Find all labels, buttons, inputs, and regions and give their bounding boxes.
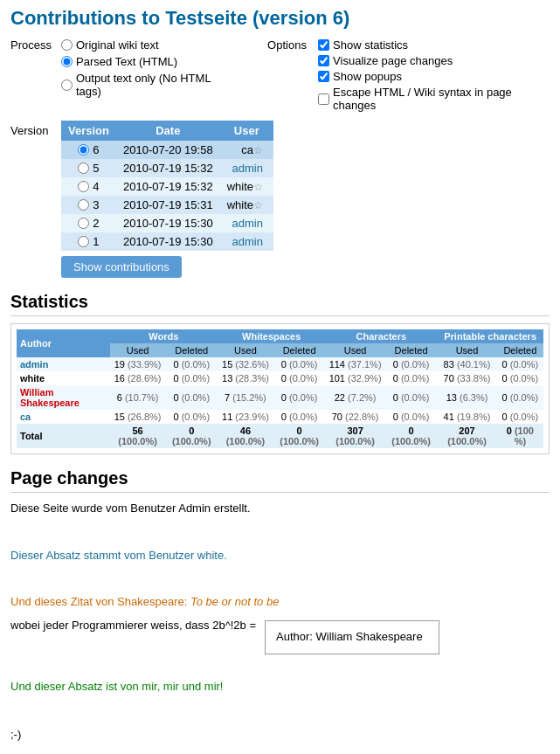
radio-original-input[interactable] — [61, 39, 73, 51]
version-label: Version — [10, 124, 54, 137]
page-change-line-5: Und dieser Absatz ist von mir, mir und m… — [10, 678, 550, 696]
author-cell: white — [17, 371, 110, 385]
version-cell: 5 — [61, 159, 116, 177]
tooltip-text: Author: William Shakespeare — [276, 630, 423, 643]
chk-popups-input[interactable] — [318, 71, 329, 82]
radio-parsed-input[interactable] — [61, 56, 73, 67]
page-change-line-2: Dieser Absatz stammt vom Benutzer white. — [10, 547, 550, 565]
chk-stats-input[interactable] — [318, 39, 329, 51]
stat-cell: 0 (100.0%) — [385, 424, 437, 448]
radio-output-label: Output text only (No HTML tags) — [76, 72, 232, 98]
version-radio-3[interactable] — [78, 199, 89, 211]
table-row[interactable]: 5 2010-07-19 15:32 admin — [61, 159, 273, 177]
version-table: Version Date User 6 2010-07-20 19:58 ca☆ — [61, 121, 273, 251]
star-icon: ☆ — [253, 199, 263, 211]
line-4-row: wobei jeder Programmierer weiss, dass 2b… — [10, 617, 550, 654]
stat-cell: 0 (0.0%) — [166, 410, 218, 424]
version-cell: 1 — [61, 232, 116, 251]
author-cell: William Shakespeare — [17, 385, 110, 410]
radio-parsed-label: Parsed Text (HTML) — [76, 55, 177, 68]
stat-cell: 83 (40.1%) — [437, 357, 496, 371]
stat-cell: 0 (0.0%) — [497, 371, 543, 385]
user-cell: white☆ — [220, 177, 273, 196]
date-cell: 2010-07-19 15:30 — [116, 214, 220, 232]
table-row[interactable]: 3 2010-07-19 15:31 white☆ — [61, 196, 273, 214]
table-row[interactable]: 6 2010-07-20 19:58 ca☆ — [61, 141, 273, 159]
user-cell: admin — [220, 232, 273, 251]
version-cell: 6 — [61, 141, 116, 159]
stat-cell: 70 (22.8%) — [325, 410, 384, 424]
chk-escape-text: Escape HTML / Wiki syntax in page change… — [333, 86, 550, 112]
chk-escape-label[interactable]: Escape HTML / Wiki syntax in page change… — [318, 86, 550, 112]
chk-visualize-input[interactable] — [318, 55, 329, 66]
chk-stats-label[interactable]: Show statistics — [318, 38, 550, 52]
version-radio-5[interactable] — [78, 163, 89, 174]
date-cell: 2010-07-19 15:30 — [116, 232, 220, 251]
star-icon: ☆ — [253, 181, 263, 193]
version-radio-1[interactable] — [78, 236, 89, 247]
stat-cell: 22 (7.2%) — [325, 385, 384, 410]
chk-escape-input[interactable] — [318, 93, 329, 105]
radio-original[interactable]: Original wiki text — [61, 38, 232, 52]
page-change-line-6: ;-) — [10, 726, 550, 744]
version-radio-4[interactable] — [78, 181, 89, 192]
chars-deleted-header: Deleted — [385, 343, 437, 357]
stat-cell: 0 (0.0%) — [166, 371, 218, 385]
version-radio-2[interactable] — [78, 218, 89, 229]
statistics-section: Author Words Whitespaces Characters Prin… — [10, 323, 550, 454]
chk-visualize-label[interactable]: Visualize page changes — [318, 54, 550, 67]
version-radio-6[interactable] — [78, 144, 89, 156]
stat-cell: 15 (32.6%) — [218, 357, 273, 371]
ws-used-header: Used — [218, 343, 273, 357]
stat-cell: 0 (0.0%) — [273, 385, 325, 410]
stat-cell: 0 (0.0%) — [273, 410, 325, 424]
user-col-header: User — [220, 121, 273, 141]
stat-cell: 15 (26.8%) — [110, 410, 166, 424]
radio-original-label: Original wiki text — [76, 38, 159, 52]
table-row[interactable]: 2 2010-07-19 15:30 admin — [61, 214, 273, 232]
line3-prefix: Und dieses Zitat von Shakespeare: — [10, 595, 190, 608]
chk-popups-label[interactable]: Show popups — [318, 70, 550, 83]
stats-row: admin 19 (33.9%) 0 (0.0%) 15 (32.6%) 0 (… — [17, 357, 543, 371]
stat-cell: 11 (23.9%) — [218, 410, 273, 424]
user-cell: ca☆ — [220, 141, 273, 159]
page-changes-section: Diese Seite wurde vom Benutzer Admin ers… — [10, 500, 550, 744]
author-cell: ca — [17, 410, 110, 424]
stat-cell: 56 (100.0%) — [110, 424, 166, 448]
characters-header: Characters — [325, 329, 437, 343]
stat-cell: 0 (0.0%) — [273, 371, 325, 385]
radio-parsed[interactable]: Parsed Text (HTML) — [61, 55, 232, 68]
date-col-header: Date — [116, 121, 220, 141]
table-row[interactable]: 4 2010-07-19 15:32 white☆ — [61, 177, 273, 196]
user-cell: admin — [220, 214, 273, 232]
options-checkbox-group: Show statistics Visualize page changes S… — [318, 38, 550, 112]
author-tooltip: Author: William Shakespeare — [265, 620, 439, 654]
stat-cell: 0 (0.0%) — [497, 357, 543, 371]
stat-cell: 0 (0.0%) — [385, 385, 437, 410]
author-cell: admin — [17, 357, 110, 371]
page-change-line-1: Diese Seite wurde vom Benutzer Admin ers… — [10, 500, 550, 518]
stat-cell: 0 (100.0%) — [166, 424, 218, 448]
stat-cell: 19 (33.9%) — [110, 357, 166, 371]
stat-cell: 0 (0.0%) — [166, 385, 218, 410]
stat-cell: 7 (15.2%) — [218, 385, 273, 410]
words-header: Words — [110, 329, 218, 343]
stat-cell: 0 (0.0%) — [273, 357, 325, 371]
stat-cell: 0 (0.0%) — [385, 371, 437, 385]
table-row[interactable]: 1 2010-07-19 15:30 admin — [61, 232, 273, 251]
show-contributions-button[interactable]: Show contributions — [61, 256, 182, 278]
page-title: Contributions to Testseite (version 6) — [10, 7, 550, 30]
stat-cell: 0 (0.0%) — [497, 385, 543, 410]
ws-deleted-header: Deleted — [273, 343, 325, 357]
stat-cell: 0 (0.0%) — [166, 357, 218, 371]
star-icon: ☆ — [253, 144, 263, 156]
radio-output-input[interactable] — [61, 80, 73, 91]
stat-cell: 13 (6.3%) — [437, 385, 496, 410]
stat-cell: 0 (0.0%) — [385, 357, 437, 371]
version-cell: 2 — [61, 214, 116, 232]
radio-output[interactable]: Output text only (No HTML tags) — [61, 72, 232, 98]
stat-cell: 16 (28.6%) — [110, 371, 166, 385]
process-radio-group: Original wiki text Parsed Text (HTML) Ou… — [61, 38, 232, 112]
author-header: Author — [17, 329, 110, 357]
user-cell: admin — [220, 159, 273, 177]
